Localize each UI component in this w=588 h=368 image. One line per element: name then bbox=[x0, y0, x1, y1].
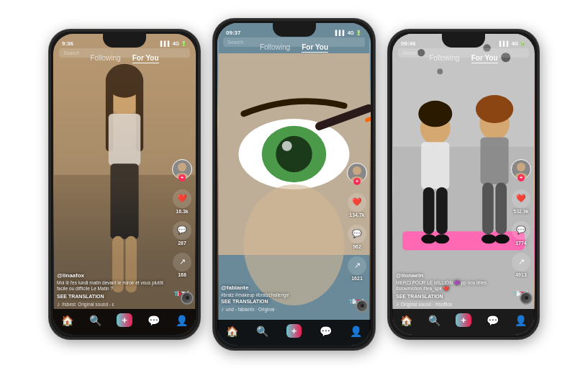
phone-1-share-icon: ↗ bbox=[173, 253, 191, 271]
phone-3-status-bar: 09:46 ▌▌▌ 4G 🔋 bbox=[392, 37, 535, 50]
phone-3-follow-badge: + bbox=[517, 174, 525, 181]
phone-3-wrapper: 09:46 ▌▌▌ 4G 🔋 Search Following For You bbox=[388, 30, 539, 339]
phone-3: 09:46 ▌▌▌ 4G 🔋 Search Following For You bbox=[388, 30, 539, 339]
phone-3-share-btn[interactable]: ↗ 4913 bbox=[512, 253, 530, 277]
phone-3-nav-inbox[interactable]: 💬 bbox=[487, 315, 499, 326]
phone-2-screen: 09:37 ▌▌▌ 4G 🔋 Search Following For You bbox=[217, 23, 371, 346]
phone-2-add-icon: + bbox=[291, 326, 297, 336]
svg-point-37 bbox=[476, 94, 513, 122]
phone-3-side-actions: + ❤️ 532.9k 💬 1774 ↗ 4913 bbox=[511, 159, 531, 277]
phone-3-vinyl-icon bbox=[520, 292, 533, 305]
phone-2-nav-search[interactable]: 🔍 bbox=[256, 326, 268, 337]
phone-3-comment-btn[interactable]: 💬 1774 bbox=[512, 221, 530, 246]
phone-2-time: 09:37 bbox=[226, 30, 240, 36]
svg-rect-39 bbox=[482, 182, 494, 234]
phone-3-nav-search[interactable]: 🔍 bbox=[428, 315, 440, 326]
phone-3-nav-home[interactable]: 🏠 bbox=[400, 315, 412, 326]
phone-2: 09:37 ▌▌▌ 4G 🔋 Search Following For You bbox=[213, 19, 375, 350]
svg-rect-38 bbox=[481, 137, 509, 184]
phone-3-like-btn[interactable]: ❤️ 532.9k bbox=[512, 189, 530, 214]
phone-2-comment-btn[interactable]: 💬 962 bbox=[348, 225, 366, 249]
svg-rect-6 bbox=[109, 114, 140, 166]
phone-1-nav-profile[interactable]: 👤 bbox=[176, 315, 188, 326]
phone-1-nav-search[interactable]: 🔍 bbox=[89, 315, 101, 326]
phone-2-share-icon: ↗ bbox=[348, 256, 366, 275]
phone-3-caption: @ilonaeln MERCI POUR LE MILLION 💜 pp nos… bbox=[396, 272, 510, 299]
phone-3-share-count: 4913 bbox=[515, 272, 527, 277]
svg-point-10 bbox=[178, 163, 186, 171]
phone-1-follow-badge: + bbox=[178, 174, 186, 181]
phone-3-avatar-btn[interactable]: + bbox=[511, 159, 531, 182]
phone-1-following-tab[interactable]: Following bbox=[90, 54, 120, 63]
phone-1-like-count: 16.3k bbox=[176, 209, 189, 214]
phone-1-like-btn[interactable]: ❤️ 16.3k bbox=[173, 189, 191, 214]
phone-2-sound-bar: ♪ und - fabiantx · Original · bbox=[221, 306, 345, 313]
phone-1-nav-add[interactable]: + bbox=[117, 313, 132, 327]
phone-2-follow-badge: + bbox=[353, 178, 361, 185]
phone-1-share-count: 168 bbox=[178, 272, 186, 277]
phone-3-music-note: ♪ bbox=[396, 301, 399, 308]
phone-1-bottom-nav: 🏠 🔍 + 💬 👤 bbox=[53, 309, 196, 335]
phone-2-status-icons: ▌▌▌ 4G 🔋 bbox=[335, 30, 362, 36]
phone-3-nav-tabs: Following For You bbox=[392, 54, 535, 63]
svg-point-28 bbox=[437, 68, 443, 74]
phone-2-share-count: 1621 bbox=[351, 276, 363, 281]
phone-1-sound-bar: ♪ #sbest Original sound - ε bbox=[57, 301, 171, 308]
svg-rect-40 bbox=[495, 182, 507, 234]
phone-1-comment-btn[interactable]: 💬 287 bbox=[173, 221, 191, 246]
phone-1-nav-tabs: Following For You bbox=[53, 54, 196, 63]
svg-point-45 bbox=[517, 163, 525, 171]
phone-2-bottom-nav: 🏠 🔍 + 💬 👤 bbox=[217, 320, 371, 346]
phone-1-caption: @linaafox Moi lil l'es lundi matin devan… bbox=[57, 272, 171, 299]
phone-2-see-translation[interactable]: SEE TRANSLATION bbox=[221, 299, 345, 304]
phone-3-comment-icon: 💬 bbox=[512, 221, 530, 240]
phone-3-bottom-nav: 🏠 🔍 + 💬 👤 bbox=[392, 309, 535, 335]
svg-point-16 bbox=[276, 135, 312, 171]
phone-2-for-you-tab[interactable]: For You bbox=[302, 43, 328, 53]
phone-1-comment-icon: 💬 bbox=[173, 221, 191, 240]
svg-point-43 bbox=[481, 234, 497, 243]
phone-1-vinyl-icon bbox=[181, 292, 194, 305]
phone-3-sound-bar: ♪ Original sound - #isoffice bbox=[396, 301, 510, 308]
phone-1-share-btn[interactable]: ↗ 168 bbox=[173, 253, 191, 277]
phone-2-nav-home[interactable]: 🏠 bbox=[226, 326, 238, 337]
phone-3-for-you-tab[interactable]: For You bbox=[471, 54, 498, 63]
phone-2-avatar-btn[interactable]: + bbox=[347, 163, 367, 186]
phone-3-sound-name: Original sound - #isoffice bbox=[401, 302, 452, 307]
phone-1-username: @linaafox bbox=[57, 272, 171, 279]
phone-2-status-bar: 09:37 ▌▌▌ 4G 🔋 bbox=[217, 27, 371, 40]
phone-3-share-icon: ↗ bbox=[512, 253, 530, 271]
phone-1-sound-text: #sbest bbox=[62, 302, 76, 307]
phone-2-share-btn[interactable]: ↗ 1621 bbox=[348, 256, 366, 281]
phone-1-caption-text: Moi lil l'es lundi matin devant le miroi… bbox=[57, 280, 171, 292]
phone-3-like-count: 532.9k bbox=[513, 209, 528, 214]
phone-2-nav-inbox[interactable]: 💬 bbox=[320, 326, 332, 337]
phone-1-for-you-tab[interactable]: For You bbox=[132, 54, 159, 63]
phone-1-wrapper: 9:36 ▌▌▌ 4G 🔋 Search Following For You bbox=[49, 30, 200, 339]
phone-3-nav-profile[interactable]: 👤 bbox=[515, 315, 527, 326]
svg-point-26 bbox=[466, 40, 471, 46]
phone-1-music-note: ♪ bbox=[57, 301, 60, 308]
svg-point-17 bbox=[282, 140, 292, 151]
phone-1-nav-home[interactable]: 🏠 bbox=[61, 315, 73, 326]
svg-rect-33 bbox=[421, 142, 449, 189]
phone-2-like-btn[interactable]: ❤️ 134.7k bbox=[348, 193, 366, 217]
phone-1-see-translation[interactable]: SEE TRANSLATION bbox=[57, 294, 171, 299]
phone-2-heart-icon: ❤️ bbox=[348, 193, 366, 212]
phone-1-avatar-btn[interactable]: + bbox=[172, 159, 192, 182]
phone-3-caption-text: MERCI POUR LE MILLION 💜 pp nos têtes #sl… bbox=[396, 280, 510, 292]
phone-1-nav-inbox[interactable]: 💬 bbox=[148, 315, 160, 326]
phone-2-caption: @fabiante #bratz #makeup #bratzchallenge… bbox=[221, 284, 345, 304]
phone-2-vinyl-icon bbox=[356, 300, 368, 313]
phone-2-nav-profile[interactable]: 👤 bbox=[350, 326, 362, 337]
phone-3-nav-add[interactable]: + bbox=[456, 313, 471, 327]
phone-2-following-tab[interactable]: Following bbox=[260, 43, 290, 53]
phone-2-nav-add[interactable]: + bbox=[286, 324, 302, 338]
phone-2-comment-icon: 💬 bbox=[348, 225, 366, 243]
phone-1-heart-icon: ❤️ bbox=[173, 189, 191, 208]
phone-1-screen: 9:36 ▌▌▌ 4G 🔋 Search Following For You bbox=[53, 34, 196, 335]
phone-3-following-tab[interactable]: Following bbox=[429, 54, 459, 63]
phone-3-see-translation[interactable]: SEE TRANSLATION bbox=[396, 294, 510, 299]
svg-point-32 bbox=[418, 100, 452, 127]
phone-1-time: 9:36 bbox=[62, 40, 73, 47]
